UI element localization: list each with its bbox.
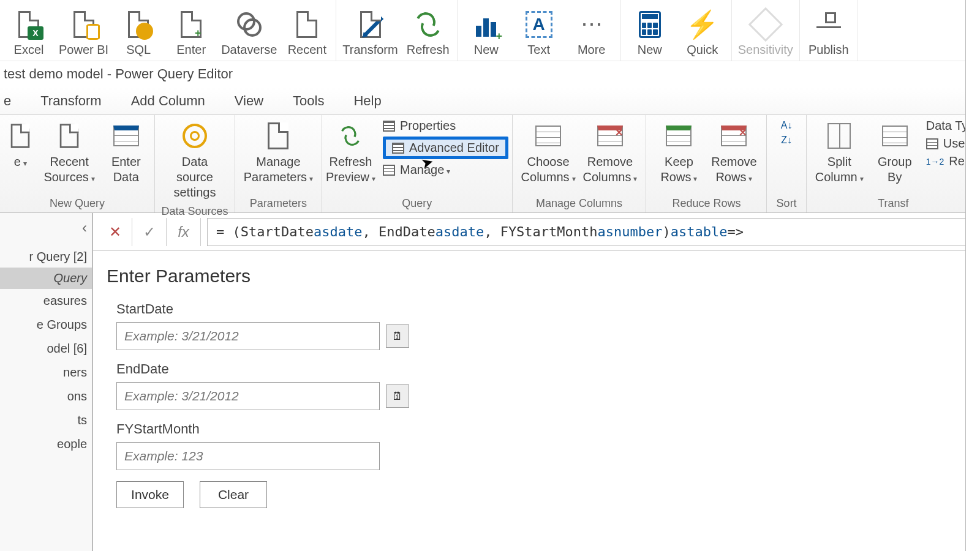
new-measure-label: New xyxy=(638,43,662,57)
sidebar-item[interactable]: ts xyxy=(0,408,92,432)
sql-button[interactable]: SQL xyxy=(112,2,165,59)
excel-button[interactable]: X Excel xyxy=(2,2,55,59)
sidebar-item[interactable]: ners xyxy=(0,361,92,384)
new-source-dropdown[interactable]: e xyxy=(1,118,40,172)
sql-label: SQL xyxy=(126,43,151,57)
sidebar-item[interactable]: eople xyxy=(0,432,92,456)
startdate-datepicker-button[interactable]: 🗓 xyxy=(386,324,409,348)
startdate-input[interactable] xyxy=(116,322,380,350)
group-label-data-sources: Data Sources xyxy=(161,203,228,219)
invoke-button[interactable]: Invoke xyxy=(116,481,184,508)
text-icon: A xyxy=(526,11,552,38)
enddate-label: EndDate xyxy=(116,361,967,377)
sidebar-item[interactable]: e Groups xyxy=(0,313,92,337)
advanced-editor-icon xyxy=(392,143,404,154)
sensitivity-button[interactable]: Sensitivity xyxy=(734,2,797,59)
formula-cancel-button[interactable]: ✕ xyxy=(98,218,132,246)
sidebar-item[interactable]: ons xyxy=(0,384,92,408)
powerbi-button[interactable]: Power BI xyxy=(55,2,112,59)
manage-parameters-button[interactable]: Manage Parameters xyxy=(240,118,317,187)
properties-button[interactable]: Properties xyxy=(383,119,508,133)
publish-button[interactable]: Publish xyxy=(802,2,855,59)
remove-rows-icon xyxy=(721,126,747,146)
refresh-label: Refresh xyxy=(407,43,450,57)
choose-columns-button[interactable]: Choose Columns xyxy=(518,118,579,187)
transform-button[interactable]: Transform xyxy=(339,2,401,59)
refresh-button[interactable]: Refresh xyxy=(402,2,454,59)
keep-rows-button[interactable]: Keep Rows xyxy=(651,118,706,187)
group-label-query: Query xyxy=(402,195,432,211)
fx-button[interactable]: fx xyxy=(167,218,201,246)
group-label-manage-columns: Manage Columns xyxy=(536,195,622,211)
remove-columns-icon xyxy=(597,126,623,146)
use-first-row-button[interactable]: Use xyxy=(926,137,971,151)
calculator-icon xyxy=(639,11,661,38)
refresh-icon xyxy=(416,12,440,37)
refresh-preview-button[interactable]: Refresh Preview xyxy=(322,118,379,187)
sidebar-item[interactable]: easures xyxy=(0,289,92,313)
outer-ribbon: X Excel Power BI SQL + Enter Dataverse R… xyxy=(0,0,980,61)
remove-rows-button[interactable]: Remove Rows xyxy=(706,118,761,187)
recent-label: Recent xyxy=(288,43,326,57)
split-icon xyxy=(827,123,851,149)
quick-measure-button[interactable]: ⚡ Quick xyxy=(676,2,729,59)
advanced-editor-button[interactable]: Advanced Editor ➤ xyxy=(383,137,508,159)
sensitivity-label: Sensitivity xyxy=(738,43,793,57)
group-by-icon xyxy=(882,126,908,146)
publish-label: Publish xyxy=(809,43,849,57)
text-box-button[interactable]: A Text xyxy=(513,2,565,59)
recent-button[interactable]: Recent xyxy=(281,2,333,59)
tab-transform[interactable]: Transform xyxy=(40,93,101,109)
split-column-button[interactable]: Split Column xyxy=(812,118,867,187)
enter-data-button[interactable]: Enter Data xyxy=(99,118,154,187)
enddate-input[interactable] xyxy=(116,382,380,410)
group-label-reduce-rows: Reduce Rows xyxy=(672,195,741,211)
sensitivity-icon xyxy=(748,7,783,42)
keep-rows-icon xyxy=(666,126,692,146)
remove-columns-button[interactable]: Remove Columns xyxy=(579,118,641,187)
group-label-parameters: Parameters xyxy=(250,195,307,211)
recent-icon xyxy=(296,11,317,38)
headers-icon xyxy=(926,138,938,149)
replace-values-button[interactable]: 1→2 Rep xyxy=(926,154,971,168)
tab-view[interactable]: View xyxy=(235,93,263,109)
sidebar-selected-query[interactable]: Query xyxy=(0,268,92,289)
group-by-button[interactable]: Group By xyxy=(867,118,922,187)
formula-commit-button[interactable]: ✓ xyxy=(132,218,167,246)
parameters-title: Enter Parameters xyxy=(107,266,967,287)
formula-input[interactable]: = (StartDate as date , EndDate as date ,… xyxy=(207,218,978,246)
sort-button[interactable]: A↓Z↓ xyxy=(771,118,802,148)
enter-label: Enter xyxy=(176,43,206,57)
transform-label: Transform xyxy=(342,43,398,57)
sidebar-heading: r Query [2] xyxy=(0,213,92,268)
tab-add-column[interactable]: Add Column xyxy=(131,93,205,109)
dataverse-icon xyxy=(237,12,262,37)
recent-sources-button[interactable]: Recent Sources xyxy=(40,118,98,187)
collapse-sidebar-button[interactable]: ‹ xyxy=(82,219,87,236)
excel-label: Excel xyxy=(14,43,44,57)
text-label: Text xyxy=(527,43,550,57)
new-measure-button[interactable]: New xyxy=(624,2,676,59)
lightning-icon: ⚡ xyxy=(685,9,719,40)
choose-columns-icon xyxy=(535,126,561,146)
manage-query-button[interactable]: Manage xyxy=(383,163,508,177)
tab-tools[interactable]: Tools xyxy=(293,93,324,109)
group-label-sort: Sort xyxy=(777,195,797,211)
more-icon: ⋯ xyxy=(577,10,606,39)
new-visual-button[interactable]: + New xyxy=(460,2,513,59)
tab-home-partial[interactable]: e xyxy=(4,93,11,109)
table-icon xyxy=(113,126,139,146)
data-source-settings-button[interactable]: Data source settings xyxy=(160,118,230,203)
enter-button[interactable]: + Enter xyxy=(165,2,217,59)
startdate-label: StartDate xyxy=(116,301,967,317)
more-visuals-button[interactable]: ⋯ More xyxy=(565,2,618,59)
dataverse-button[interactable]: Dataverse xyxy=(217,2,281,59)
clear-button[interactable]: Clear xyxy=(200,481,267,508)
fystartmonth-input[interactable] xyxy=(116,442,380,470)
enddate-datepicker-button[interactable]: 🗓 xyxy=(386,384,409,408)
enter-parameters-panel: Enter Parameters StartDate 🗓 EndDate 🗓 F… xyxy=(93,251,980,523)
new-visual-label: New xyxy=(474,43,499,57)
data-type-button[interactable]: Data Ty xyxy=(926,119,971,133)
sidebar-item[interactable]: odel [6] xyxy=(0,337,92,361)
tab-help[interactable]: Help xyxy=(353,93,381,109)
